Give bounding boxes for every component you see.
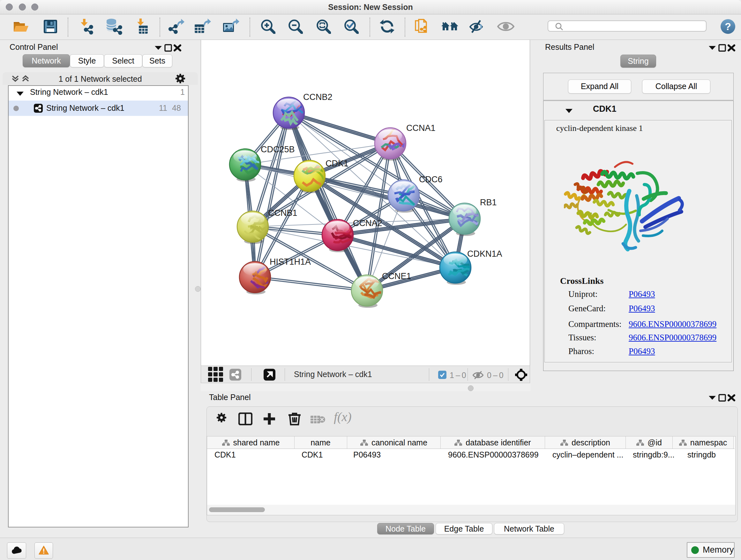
svg-text:CCNA2: CCNA2: [353, 219, 382, 228]
svg-text:CDK1: CDK1: [326, 159, 348, 168]
svg-text:CDC6: CDC6: [419, 175, 443, 184]
svg-text:CCNB1: CCNB1: [268, 208, 297, 218]
svg-text:CCNB2: CCNB2: [303, 92, 333, 102]
svg-text:CDKN1A: CDKN1A: [467, 249, 502, 259]
svg-text:CCNE1: CCNE1: [382, 271, 411, 281]
svg-text:HIST1H1A: HIST1H1A: [270, 257, 311, 266]
svg-text:CCNA1: CCNA1: [406, 123, 435, 133]
svg-text:CDC25B: CDC25B: [261, 145, 295, 154]
svg-text:RB1: RB1: [480, 198, 497, 207]
